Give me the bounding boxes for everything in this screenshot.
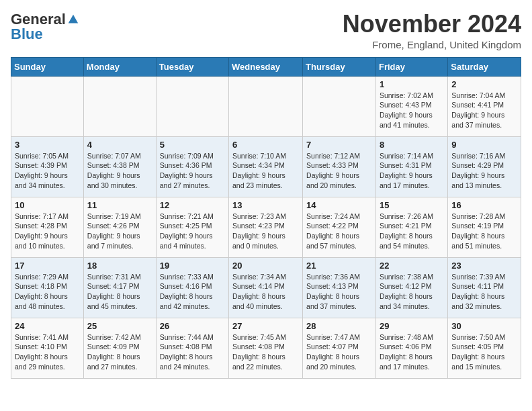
day-info: Sunrise: 7:31 AM Sunset: 4:17 PM Dayligh… (87, 272, 152, 312)
calendar-cell: 24Sunrise: 7:41 AM Sunset: 4:10 PM Dayli… (11, 318, 84, 378)
day-number: 2 (451, 79, 517, 89)
day-info: Sunrise: 7:44 AM Sunset: 4:08 PM Dayligh… (160, 332, 225, 372)
calendar-cell: 18Sunrise: 7:31 AM Sunset: 4:17 PM Dayli… (83, 257, 156, 318)
day-info: Sunrise: 7:10 AM Sunset: 4:34 PM Dayligh… (232, 151, 299, 191)
logo-icon (67, 13, 79, 26)
day-info: Sunrise: 7:45 AM Sunset: 4:08 PM Dayligh… (232, 332, 299, 372)
day-number: 13 (232, 200, 299, 210)
day-info: Sunrise: 7:36 AM Sunset: 4:13 PM Dayligh… (306, 272, 372, 312)
calendar-table: SundayMondayTuesdayWednesdayThursdayFrid… (11, 57, 521, 379)
day-number: 4 (87, 140, 152, 150)
day-number: 22 (380, 261, 444, 271)
day-number: 10 (15, 200, 80, 210)
calendar-cell: 10Sunrise: 7:17 AM Sunset: 4:28 PM Dayli… (11, 197, 84, 257)
day-info: Sunrise: 7:24 AM Sunset: 4:22 PM Dayligh… (306, 212, 372, 251)
calendar-cell (303, 76, 376, 136)
title-section: November 2024 Frome, England, United Kin… (343, 11, 521, 50)
calendar-cell: 26Sunrise: 7:44 AM Sunset: 4:08 PM Dayli… (156, 318, 228, 378)
calendar-cell: 3Sunrise: 7:05 AM Sunset: 4:39 PM Daylig… (11, 136, 84, 197)
day-info: Sunrise: 7:38 AM Sunset: 4:12 PM Dayligh… (380, 272, 444, 312)
day-number: 29 (380, 321, 444, 331)
weekday-header-tuesday: Tuesday (156, 57, 228, 76)
day-info: Sunrise: 7:21 AM Sunset: 4:25 PM Dayligh… (160, 212, 225, 251)
day-number: 5 (160, 140, 225, 150)
weekday-header-monday: Monday (83, 57, 156, 76)
day-info: Sunrise: 7:19 AM Sunset: 4:26 PM Dayligh… (87, 212, 152, 251)
day-number: 3 (15, 140, 80, 150)
calendar-cell: 6Sunrise: 7:10 AM Sunset: 4:34 PM Daylig… (229, 136, 303, 197)
location: Frome, England, United Kingdom (343, 39, 521, 50)
calendar-cell: 5Sunrise: 7:09 AM Sunset: 4:36 PM Daylig… (156, 136, 228, 197)
day-number: 9 (451, 140, 517, 150)
day-info: Sunrise: 7:17 AM Sunset: 4:28 PM Dayligh… (15, 212, 80, 251)
calendar-cell: 7Sunrise: 7:12 AM Sunset: 4:33 PM Daylig… (303, 136, 376, 197)
day-number: 19 (160, 261, 225, 271)
day-number: 25 (87, 321, 152, 331)
weekday-header-row: SundayMondayTuesdayWednesdayThursdayFrid… (11, 57, 521, 76)
calendar-cell: 28Sunrise: 7:47 AM Sunset: 4:07 PM Dayli… (303, 318, 376, 378)
day-info: Sunrise: 7:09 AM Sunset: 4:36 PM Dayligh… (160, 151, 225, 191)
week-row-1: 1Sunrise: 7:02 AM Sunset: 4:43 PM Daylig… (11, 76, 521, 136)
day-info: Sunrise: 7:34 AM Sunset: 4:14 PM Dayligh… (232, 272, 299, 312)
weekday-header-sunday: Sunday (11, 57, 84, 76)
weekday-header-wednesday: Wednesday (229, 57, 303, 76)
day-number: 23 (451, 261, 517, 271)
day-number: 8 (380, 140, 444, 150)
calendar-cell: 11Sunrise: 7:19 AM Sunset: 4:26 PM Dayli… (83, 197, 156, 257)
day-number: 18 (87, 261, 152, 271)
calendar-cell: 30Sunrise: 7:50 AM Sunset: 4:05 PM Dayli… (448, 318, 521, 378)
day-info: Sunrise: 7:07 AM Sunset: 4:38 PM Dayligh… (87, 151, 152, 191)
day-info: Sunrise: 7:48 AM Sunset: 4:06 PM Dayligh… (380, 332, 444, 372)
day-number: 7 (306, 140, 372, 150)
day-number: 15 (380, 200, 444, 210)
day-number: 30 (451, 321, 517, 331)
day-info: Sunrise: 7:23 AM Sunset: 4:23 PM Dayligh… (232, 212, 299, 251)
day-number: 14 (306, 200, 372, 210)
calendar-cell: 27Sunrise: 7:45 AM Sunset: 4:08 PM Dayli… (229, 318, 303, 378)
calendar-cell: 13Sunrise: 7:23 AM Sunset: 4:23 PM Dayli… (229, 197, 303, 257)
calendar-cell (156, 76, 228, 136)
day-info: Sunrise: 7:02 AM Sunset: 4:43 PM Dayligh… (380, 91, 444, 130)
day-number: 28 (306, 321, 372, 331)
week-row-3: 10Sunrise: 7:17 AM Sunset: 4:28 PM Dayli… (11, 197, 521, 257)
day-number: 21 (306, 261, 372, 271)
day-number: 27 (232, 321, 299, 331)
calendar-cell: 2Sunrise: 7:04 AM Sunset: 4:41 PM Daylig… (448, 76, 521, 136)
day-number: 24 (15, 321, 80, 331)
day-info: Sunrise: 7:05 AM Sunset: 4:39 PM Dayligh… (15, 151, 80, 191)
day-number: 12 (160, 200, 225, 210)
logo: General Blue (11, 11, 79, 43)
day-info: Sunrise: 7:39 AM Sunset: 4:11 PM Dayligh… (451, 272, 517, 312)
calendar-cell: 21Sunrise: 7:36 AM Sunset: 4:13 PM Dayli… (303, 257, 376, 318)
calendar-cell (229, 76, 303, 136)
day-number: 26 (160, 321, 225, 331)
week-row-2: 3Sunrise: 7:05 AM Sunset: 4:39 PM Daylig… (11, 136, 521, 197)
calendar-cell: 29Sunrise: 7:48 AM Sunset: 4:06 PM Dayli… (375, 318, 447, 378)
day-info: Sunrise: 7:29 AM Sunset: 4:18 PM Dayligh… (15, 272, 80, 312)
week-row-5: 24Sunrise: 7:41 AM Sunset: 4:10 PM Dayli… (11, 318, 521, 378)
day-number: 11 (87, 200, 152, 210)
day-number: 20 (232, 261, 299, 271)
day-info: Sunrise: 7:28 AM Sunset: 4:19 PM Dayligh… (451, 212, 517, 251)
day-info: Sunrise: 7:47 AM Sunset: 4:07 PM Dayligh… (306, 332, 372, 372)
calendar-cell: 1Sunrise: 7:02 AM Sunset: 4:43 PM Daylig… (375, 76, 447, 136)
day-number: 17 (15, 261, 80, 271)
calendar-cell: 20Sunrise: 7:34 AM Sunset: 4:14 PM Dayli… (229, 257, 303, 318)
calendar-cell: 9Sunrise: 7:16 AM Sunset: 4:29 PM Daylig… (448, 136, 521, 197)
day-info: Sunrise: 7:26 AM Sunset: 4:21 PM Dayligh… (380, 212, 444, 251)
weekday-header-saturday: Saturday (448, 57, 521, 76)
day-info: Sunrise: 7:14 AM Sunset: 4:31 PM Dayligh… (380, 151, 444, 191)
day-info: Sunrise: 7:50 AM Sunset: 4:05 PM Dayligh… (451, 332, 517, 372)
svg-marker-0 (69, 15, 78, 24)
calendar-cell (83, 76, 156, 136)
calendar-cell: 8Sunrise: 7:14 AM Sunset: 4:31 PM Daylig… (375, 136, 447, 197)
calendar-cell: 16Sunrise: 7:28 AM Sunset: 4:19 PM Dayli… (448, 197, 521, 257)
calendar-cell: 17Sunrise: 7:29 AM Sunset: 4:18 PM Dayli… (11, 257, 84, 318)
calendar-cell: 19Sunrise: 7:33 AM Sunset: 4:16 PM Dayli… (156, 257, 228, 318)
day-number: 6 (232, 140, 299, 150)
weekday-header-friday: Friday (375, 57, 447, 76)
calendar-cell: 14Sunrise: 7:24 AM Sunset: 4:22 PM Dayli… (303, 197, 376, 257)
weekday-header-thursday: Thursday (303, 57, 376, 76)
day-number: 1 (380, 79, 444, 89)
day-number: 16 (451, 200, 517, 210)
